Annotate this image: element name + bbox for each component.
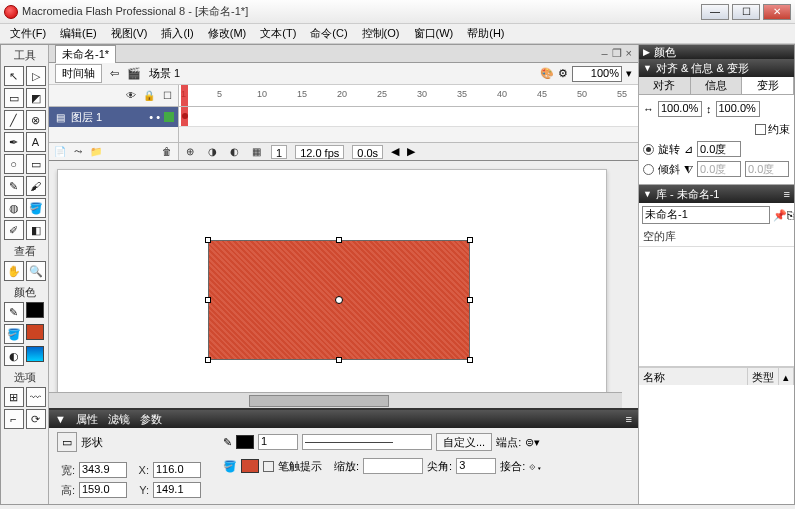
- doc-close-icon[interactable]: ×: [626, 47, 632, 60]
- subselection-tool-icon[interactable]: ▷: [26, 66, 46, 86]
- rotate-input[interactable]: 0.0度: [697, 141, 741, 157]
- fill-color-icon[interactable]: 🪣: [4, 324, 24, 344]
- edit-scene-icon[interactable]: 🎨: [540, 67, 554, 80]
- doc-restore-icon[interactable]: ❐: [612, 47, 622, 60]
- stroke-color-icon[interactable]: ✎: [4, 302, 24, 322]
- black-white-icon[interactable]: ◐: [4, 346, 24, 366]
- transform-handle-s[interactable]: [336, 357, 342, 363]
- selection-tool-icon[interactable]: ↖: [4, 66, 24, 86]
- x-input[interactable]: 116.0: [153, 462, 201, 478]
- library-col-type[interactable]: 类型: [748, 368, 779, 385]
- library-options-icon[interactable]: ≡: [784, 188, 790, 200]
- width-input[interactable]: 343.9: [79, 462, 127, 478]
- frame-row[interactable]: [179, 107, 638, 127]
- stage[interactable]: [57, 169, 607, 399]
- cap-select-icon[interactable]: ⊜▾: [525, 436, 540, 449]
- edit-multiple-icon[interactable]: ▦: [249, 145, 263, 159]
- properties-tab[interactable]: 属性: [76, 412, 98, 427]
- menu-view[interactable]: 视图(V): [105, 26, 154, 41]
- library-doc-select[interactable]: 未命名-1: [642, 206, 770, 224]
- maximize-button[interactable]: ☐: [732, 4, 760, 20]
- stroke-color-swatch[interactable]: [26, 302, 44, 318]
- timeline-scroll-left-icon[interactable]: ◀: [391, 145, 399, 158]
- new-layer-icon[interactable]: 📄: [53, 145, 67, 159]
- stroke-style-select[interactable]: ————————: [302, 434, 432, 450]
- height-input[interactable]: 159.0: [79, 482, 127, 498]
- pen-tool-icon[interactable]: ✒: [4, 132, 24, 152]
- motion-guide-icon[interactable]: ⤳: [71, 145, 85, 159]
- back-arrow-icon[interactable]: ⇦: [110, 67, 119, 80]
- zoom-tool-icon[interactable]: 🔍: [26, 261, 46, 281]
- onion-skin-icon[interactable]: ◑: [205, 145, 219, 159]
- transform-handle-ne[interactable]: [467, 237, 473, 243]
- menu-commands[interactable]: 命令(C): [304, 26, 353, 41]
- panel-collapse-icon[interactable]: ▼: [55, 413, 66, 425]
- scale-select[interactable]: [363, 458, 423, 474]
- fill-color-prop[interactable]: [241, 459, 259, 473]
- text-tool-icon[interactable]: A: [26, 132, 46, 152]
- scale-x-input[interactable]: 100.0%: [658, 101, 702, 117]
- document-tab[interactable]: 未命名-1*: [55, 45, 116, 63]
- free-transform-tool-icon[interactable]: ▭: [4, 88, 24, 108]
- option-snap-icon[interactable]: ⊞: [4, 387, 24, 407]
- skew-x-input[interactable]: 0.0度: [697, 161, 741, 177]
- library-col-name[interactable]: 名称: [639, 368, 748, 385]
- new-folder-icon[interactable]: 📁: [89, 145, 103, 159]
- menu-modify[interactable]: 修改(M): [202, 26, 253, 41]
- timeline-toggle-button[interactable]: 时间轴: [55, 64, 102, 83]
- onion-outlines-icon[interactable]: ◐: [227, 145, 241, 159]
- constrain-checkbox[interactable]: [755, 124, 766, 135]
- transform-center[interactable]: [335, 296, 343, 304]
- pencil-tool-icon[interactable]: ✎: [4, 176, 24, 196]
- stage-viewport[interactable]: [49, 161, 638, 408]
- doc-minimize-icon[interactable]: –: [601, 47, 607, 60]
- show-hide-layers-icon[interactable]: 👁: [124, 89, 138, 103]
- panel-options-icon[interactable]: ≡: [626, 413, 632, 425]
- join-select-icon[interactable]: ⟐▾: [529, 460, 543, 472]
- miter-input[interactable]: 3: [456, 458, 496, 474]
- layer-row[interactable]: ▤ 图层 1 • •: [49, 107, 178, 127]
- new-library-icon[interactable]: ⎘: [787, 209, 794, 221]
- rectangle-tool-icon[interactable]: ▭: [26, 154, 46, 174]
- option-straighten-icon[interactable]: ⌐: [4, 409, 24, 429]
- stroke-hint-checkbox[interactable]: [263, 461, 274, 472]
- pin-library-icon[interactable]: 📌: [773, 209, 787, 222]
- menu-window[interactable]: 窗口(W): [408, 26, 460, 41]
- stroke-weight-input[interactable]: 1: [258, 434, 298, 450]
- edit-symbols-icon[interactable]: ⚙: [558, 67, 568, 80]
- menu-edit[interactable]: 编辑(E): [54, 26, 103, 41]
- delete-layer-icon[interactable]: 🗑: [160, 145, 174, 159]
- transform-handle-se[interactable]: [467, 357, 473, 363]
- transform-handle-nw[interactable]: [205, 237, 211, 243]
- hand-tool-icon[interactable]: ✋: [4, 261, 24, 281]
- ink-bottle-tool-icon[interactable]: ◍: [4, 198, 24, 218]
- y-input[interactable]: 149.1: [153, 482, 201, 498]
- menu-file[interactable]: 文件(F): [4, 26, 52, 41]
- eyedropper-tool-icon[interactable]: ✐: [4, 220, 24, 240]
- stroke-color-prop[interactable]: [236, 435, 254, 449]
- outline-layers-icon[interactable]: ☐: [160, 89, 174, 103]
- menu-control[interactable]: 控制(O): [356, 26, 406, 41]
- filters-tab[interactable]: 滤镜: [108, 412, 130, 427]
- minimize-button[interactable]: —: [701, 4, 729, 20]
- rotate-radio[interactable]: [643, 144, 654, 155]
- align-panel-toggle-icon[interactable]: ▼: [643, 63, 652, 73]
- transform-handle-e[interactable]: [467, 297, 473, 303]
- timeline-ruler[interactable]: 1 5 10 15 20 25 30 35 40 45 50 55: [179, 85, 638, 107]
- params-tab[interactable]: 参数: [140, 412, 162, 427]
- line-tool-icon[interactable]: ╱: [4, 110, 24, 130]
- lasso-tool-icon[interactable]: ⊗: [26, 110, 46, 130]
- brush-tool-icon[interactable]: 🖌: [26, 176, 46, 196]
- custom-stroke-button[interactable]: 自定义...: [436, 433, 492, 451]
- transform-handle-n[interactable]: [336, 237, 342, 243]
- library-sort-icon[interactable]: ▴: [779, 368, 794, 385]
- option-rotate-icon[interactable]: ⟳: [26, 409, 46, 429]
- oval-tool-icon[interactable]: ○: [4, 154, 24, 174]
- menu-help[interactable]: 帮助(H): [461, 26, 510, 41]
- scale-y-input[interactable]: 100.0%: [716, 101, 760, 117]
- eraser-tool-icon[interactable]: ◧: [26, 220, 46, 240]
- align-tab[interactable]: 对齐: [639, 77, 691, 94]
- zoom-input[interactable]: 100%: [572, 66, 622, 82]
- color-panel-toggle-icon[interactable]: ▶: [643, 47, 650, 57]
- zoom-dropdown-icon[interactable]: ▾: [626, 67, 632, 80]
